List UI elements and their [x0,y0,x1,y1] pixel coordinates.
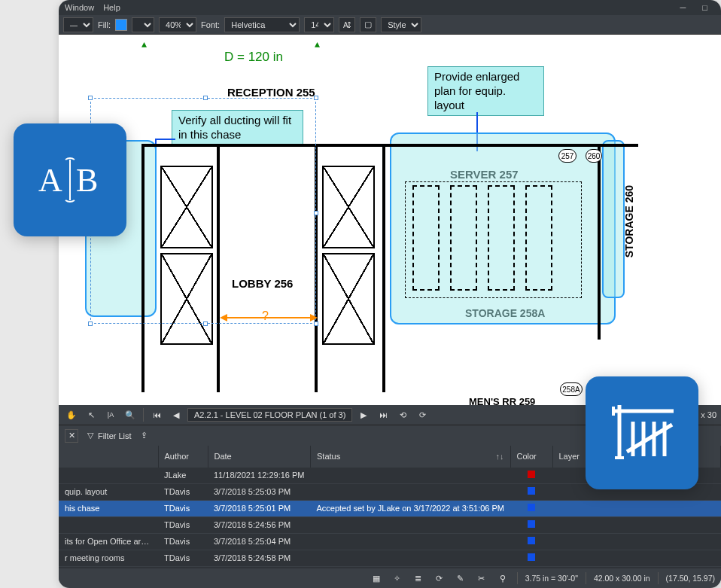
export-icon[interactable]: ⇪ [141,431,156,440]
cell-subject [59,467,158,483]
arrow-left-head [220,314,227,321]
col-status[interactable]: Status↑↓ [310,446,510,467]
cell-color [510,483,552,500]
pin-icon[interactable]: ⚲ [496,571,510,585]
badge-text-edit: A B [14,123,126,236]
table-row[interactable]: his chaseTDavis3/7/2018 5:25:01 PMAccept… [59,500,721,516]
opacity-select[interactable]: 40% [159,17,196,32]
filter-list-label: Filter List [98,431,132,440]
table-row[interactable]: r meeting roomsTDavis3/7/2018 5:24:58 PM [59,550,721,566]
marker-icon[interactable]: ✎ [454,571,467,585]
pan-tool-icon[interactable]: ✋ [63,407,80,422]
rack-bounds [405,181,582,298]
table-row[interactable]: its for Open Office areas?TDavis3/7/2018… [59,533,721,550]
room-label-reception: RECEPTION 255 [227,86,315,99]
grid-icon[interactable]: ▦ [370,571,383,585]
cell-author: TDavis [158,516,208,533]
text-toolbar: — Fill: ▦ 40% Font: Helvetica 14 A ▢ Sty… [59,15,721,35]
cell-status [310,516,510,533]
text-edit-tool-icon[interactable]: |A [102,407,119,422]
font-label: Font: [201,20,220,29]
cell-author: TDavis [158,533,208,550]
page-dim-readout: 42.00 x 30.00 in [594,574,650,583]
cell-layer [552,516,721,533]
snap-icon[interactable]: ✧ [391,571,404,585]
room-label-mens: MEN'S RR 259 [469,396,535,405]
scale-readout[interactable]: 3.75 in = 30'-0" [525,574,578,583]
cell-subject [59,516,158,533]
cell-subject: r meeting rooms [59,550,158,566]
room-label-storage260: STORAGE 260 [623,185,635,257]
cell-color [510,500,552,516]
arrow-right-head [310,314,318,321]
col-author[interactable]: Author [158,446,208,467]
first-page-icon[interactable]: ⏮ [148,407,165,422]
zoom-tool-icon[interactable]: 🔍 [122,407,138,422]
col-subject[interactable] [59,446,158,467]
col-date[interactable]: Date [208,446,310,467]
sync-icon[interactable]: ⟳ [433,571,446,585]
prev-view-icon[interactable]: ⟲ [394,407,411,422]
cell-author: TDavis [158,550,208,566]
fill-label: Fill: [98,20,111,29]
cloud-region-storage260 [602,140,625,298]
cell-subject: quip. layout [59,483,158,500]
col-color[interactable]: Color [510,446,552,467]
fill-color-swatch[interactable] [115,19,127,31]
room-tag-260: 260 [586,149,602,163]
table-row[interactable]: TDavis3/7/2018 5:24:56 PM [59,516,721,533]
select-tool-icon[interactable]: ↖ [83,407,99,422]
cell-status: Accepted set by JLake on 3/17/2022 at 3:… [310,500,510,516]
cell-date: 3/7/2018 5:25:01 PM [208,500,310,516]
prev-page-icon[interactable]: ◀ [168,407,184,422]
filter-icon: ▽ [87,431,93,440]
cell-status [310,533,510,550]
cell-color [510,516,552,533]
status-bar: ▦ ✧ ≣ ⟳ ✎ ✂ ⚲ 3.75 in = 30'-0" 42.00 x 3… [59,568,721,588]
autosize-button[interactable]: A [339,17,355,32]
fill-pattern-select[interactable]: ▦ [132,17,154,32]
dimension-d: D = 120 in [224,50,283,65]
cell-status [310,483,510,500]
cell-author: TDavis [158,483,208,500]
dimension-clip2: ▴ [315,38,320,50]
next-page-icon[interactable]: ▶ [355,407,372,422]
svg-text:A: A [38,162,62,199]
page-indicator[interactable]: A2.2.1 - LEVEL 02 FLOOR PLAN (1 of 3) [187,408,352,422]
next-view-icon[interactable]: ⟳ [414,407,430,422]
cell-author: JLake [158,467,208,483]
text-cursor-icon: A B [32,154,108,206]
layers-icon[interactable]: ≣ [412,571,425,585]
cell-date: 3/7/2018 5:25:04 PM [208,533,310,550]
callout-equip[interactable]: Provide enlarged plan for equip. layout [427,66,544,116]
equipment-box-4 [322,253,375,345]
coord-readout: (17.50, 15.97) [666,574,715,583]
text-box-button[interactable]: ▢ [360,17,376,32]
drawing-canvas[interactable]: D = 120 in ▴ ▴ RECEPTION 255 LOBBY 256 S… [59,35,721,405]
cell-color [510,467,552,483]
menu-item-help[interactable]: Help [103,3,120,12]
font-size-select[interactable]: 14 [304,17,334,32]
line-style-select[interactable]: — [63,17,93,32]
window-maximize-icon[interactable]: □ [702,3,707,12]
sort-icon[interactable]: ↑↓ [496,452,504,461]
measure-icon[interactable]: ✂ [475,571,488,585]
wall-mid-2 [382,144,385,392]
tally-icon [606,399,678,467]
dimension-question: ? [262,309,269,323]
font-family-select[interactable]: Helvetica [224,17,300,32]
svg-text:B: B [76,162,98,199]
cell-date: 11/18/2021 12:29:16 PM [208,467,310,483]
menubar: Window Help ─ □ [59,0,721,15]
cell-layer [552,550,721,566]
equipment-box-3 [322,166,375,248]
window-minimize-icon[interactable]: ─ [680,3,686,12]
filter-list-button[interactable]: ▽ Filter List [87,431,132,440]
cell-status [310,550,510,566]
text-style-select[interactable]: Style [381,17,421,32]
cell-layer [552,533,721,550]
menu-item-window[interactable]: Window [65,3,94,12]
wall-right [598,144,601,340]
last-page-icon[interactable]: ⏭ [375,407,391,422]
close-panel-icon[interactable]: ✕ [65,429,78,443]
